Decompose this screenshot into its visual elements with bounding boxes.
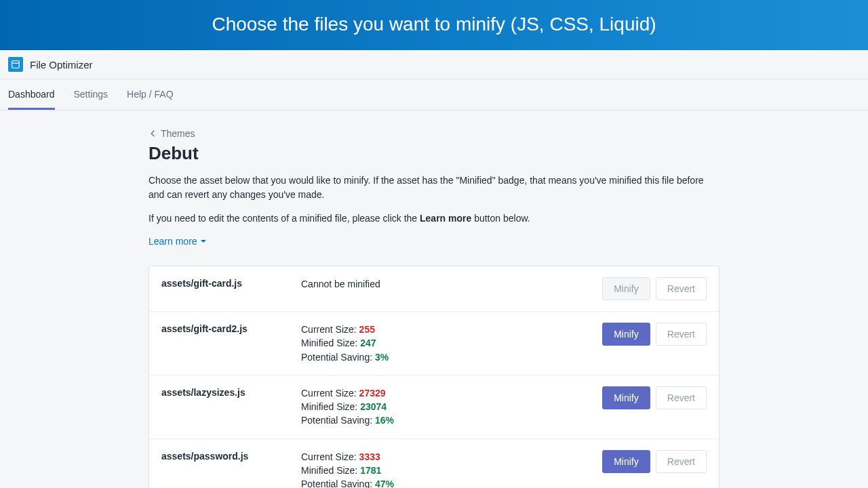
- asset-table: assets/gift-card.js Cannot be minified M…: [149, 266, 719, 488]
- app-logo-icon: [8, 57, 23, 72]
- revert-button: Revert: [656, 277, 707, 300]
- back-label: Themes: [161, 128, 195, 139]
- revert-button: Revert: [656, 386, 707, 409]
- asset-path: assets/gift-card.js: [161, 277, 301, 289]
- asset-status: Cannot be minified: [301, 277, 602, 291]
- app-name: File Optimizer: [30, 59, 93, 70]
- learn-more-toggle[interactable]: Learn more: [149, 236, 207, 247]
- page-title: Debut: [149, 143, 719, 164]
- main-content: Themes Debut Choose the asset below that…: [149, 110, 719, 488]
- asset-info: Current Size: 27329 Minified Size: 23074…: [301, 386, 602, 428]
- asset-info: Current Size: 255 Minified Size: 247 Pot…: [301, 323, 602, 364]
- minify-button[interactable]: Minify: [602, 386, 650, 409]
- tab-help-faq[interactable]: Help / FAQ: [127, 79, 173, 110]
- minify-button: Minify: [602, 277, 650, 300]
- topbar: File Optimizer: [0, 50, 868, 79]
- description-1: Choose the asset below that you would li…: [149, 174, 719, 202]
- asset-path: assets/gift-card2.js: [161, 323, 301, 334]
- nav-tabs: Dashboard Settings Help / FAQ: [0, 79, 868, 110]
- svg-rect-0: [12, 61, 20, 68]
- table-row: assets/lazysizes.js Current Size: 27329 …: [149, 375, 719, 439]
- asset-info: Current Size: 3333 Minified Size: 1781 P…: [301, 450, 602, 488]
- tab-settings[interactable]: Settings: [74, 79, 108, 110]
- table-row: assets/gift-card2.js Current Size: 255 M…: [149, 312, 719, 375]
- revert-button: Revert: [656, 450, 707, 473]
- minify-button[interactable]: Minify: [602, 450, 650, 473]
- description-2: If you need to edit the contents of a mi…: [149, 211, 719, 226]
- table-row: assets/gift-card.js Cannot be minified M…: [149, 266, 719, 312]
- asset-path: assets/lazysizes.js: [161, 386, 301, 398]
- caret-down-icon: [200, 238, 207, 245]
- asset-path: assets/password.js: [161, 450, 301, 462]
- hero-banner: Choose the files you want to minify (JS,…: [0, 0, 868, 50]
- minify-button[interactable]: Minify: [602, 323, 650, 346]
- revert-button: Revert: [656, 323, 707, 346]
- back-to-themes[interactable]: Themes: [149, 128, 719, 139]
- chevron-left-icon: [149, 129, 158, 138]
- tab-dashboard[interactable]: Dashboard: [8, 79, 55, 110]
- table-row: assets/password.js Current Size: 3333 Mi…: [149, 439, 719, 488]
